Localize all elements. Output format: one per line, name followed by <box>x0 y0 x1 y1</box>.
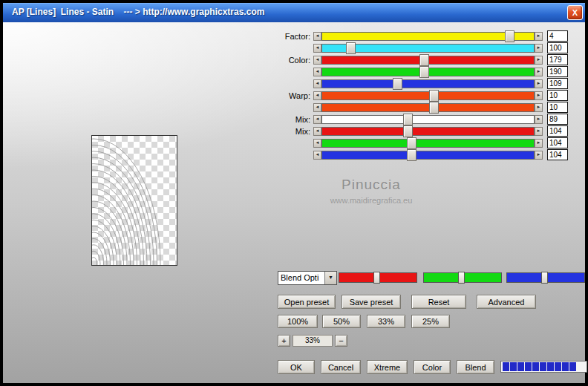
slider-value-field[interactable]: 190 <box>547 66 568 77</box>
open-preset-button[interactable]: Open preset <box>278 295 336 309</box>
zoom-25-button[interactable]: 25% <box>411 315 450 328</box>
slider-right-arrow-icon[interactable]: ► <box>535 139 543 148</box>
slider-thumb[interactable] <box>407 137 416 149</box>
save-preset-button[interactable]: Save preset <box>342 295 401 309</box>
slider-right-arrow-icon[interactable]: ► <box>535 56 543 65</box>
slider-track[interactable] <box>321 103 535 112</box>
slider-thumb[interactable] <box>393 78 402 90</box>
slider-track[interactable] <box>321 139 535 148</box>
blend-button[interactable]: Blend <box>457 360 494 374</box>
slider-thumb[interactable] <box>429 102 439 114</box>
slider-track[interactable] <box>321 32 535 41</box>
title-bar[interactable]: AP [Lines] Lines - Satin --- > http://ww… <box>3 3 585 22</box>
slider-track[interactable] <box>321 151 535 160</box>
slider-thumb[interactable] <box>407 149 416 161</box>
blend-green-slider[interactable] <box>423 272 502 283</box>
slider-value-field[interactable]: 109 <box>547 78 568 89</box>
slider-right-arrow-icon[interactable]: ► <box>535 79 543 88</box>
slider-value-field[interactable]: 104 <box>547 149 568 160</box>
slider-value-field[interactable]: 100 <box>547 42 568 53</box>
slider-row: ◄►104 <box>3 137 585 149</box>
slider-label: Mix: <box>252 126 310 137</box>
slider-right-arrow-icon[interactable]: ► <box>535 91 543 100</box>
blend-options-dropdown[interactable]: Blend Opti ▼ <box>278 271 337 285</box>
slider-row: Warp:◄►10 <box>3 90 585 102</box>
slider-left-arrow-icon[interactable]: ◄ <box>313 44 321 53</box>
slider-thumb[interactable] <box>505 30 514 42</box>
slider-label: Factor: <box>252 31 310 42</box>
progress-segment <box>555 362 561 371</box>
window-title: AP [Lines] Lines - Satin --- > http://ww… <box>12 7 264 17</box>
slider-left-arrow-icon[interactable]: ◄ <box>313 115 321 124</box>
slider-left-arrow-icon[interactable]: ◄ <box>313 103 321 112</box>
slider-right-arrow-icon[interactable]: ► <box>535 44 543 53</box>
cancel-button[interactable]: Cancel <box>321 360 361 374</box>
reset-button[interactable]: Reset <box>411 295 466 309</box>
slider-thumb[interactable] <box>403 125 413 137</box>
slider-row: ◄►104 <box>3 149 585 161</box>
slider-left-arrow-icon[interactable]: ◄ <box>313 91 321 100</box>
slider-row: Factor:◄►4 <box>3 30 585 42</box>
slider-row: Mix:◄►89 <box>3 114 585 125</box>
zoom-100-button[interactable]: 100% <box>278 315 318 328</box>
slider-right-arrow-icon[interactable]: ► <box>535 127 543 136</box>
slider-left-arrow-icon[interactable]: ◄ <box>313 32 321 41</box>
color-button[interactable]: Color <box>414 360 451 374</box>
slider-value-field[interactable]: 10 <box>547 90 568 101</box>
zoom-50-button[interactable]: 50% <box>322 315 361 328</box>
slider-thumb[interactable] <box>403 114 413 125</box>
advanced-button[interactable]: Advanced <box>477 295 536 309</box>
blend-blue-slider[interactable] <box>506 272 585 283</box>
blend-slider-thumb[interactable] <box>541 272 548 284</box>
slider-thumb[interactable] <box>346 42 356 54</box>
slider-left-arrow-icon[interactable]: ◄ <box>313 79 321 88</box>
slider-left-arrow-icon[interactable]: ◄ <box>313 127 321 136</box>
slider-right-arrow-icon[interactable]: ► <box>535 151 543 160</box>
slider-label: Mix: <box>252 114 310 125</box>
progress-bar <box>500 361 587 373</box>
blend-slider-thumb[interactable] <box>373 272 380 284</box>
slider-left-arrow-icon[interactable]: ◄ <box>313 139 321 148</box>
ok-button[interactable]: OK <box>278 360 315 374</box>
progress-segment <box>540 362 546 371</box>
zoom-33-button[interactable]: 33% <box>367 315 405 328</box>
progress-segment <box>510 362 517 371</box>
slider-value-field[interactable]: 179 <box>547 54 568 65</box>
slider-value-field[interactable]: 104 <box>547 125 568 137</box>
slider-row: Color:◄►179 <box>3 54 585 66</box>
slider-value-field[interactable]: 10 <box>547 102 568 113</box>
slider-track[interactable] <box>321 79 535 88</box>
xtreme-button[interactable]: Xtreme <box>367 360 408 374</box>
slider-row: ◄►109 <box>3 78 585 90</box>
slider-left-arrow-icon[interactable]: ◄ <box>313 151 321 160</box>
slider-right-arrow-icon[interactable]: ► <box>535 115 543 124</box>
close-icon[interactable]: X <box>567 5 583 20</box>
chevron-down-icon[interactable]: ▼ <box>324 272 336 284</box>
slider-right-arrow-icon[interactable]: ► <box>535 32 543 41</box>
slider-track[interactable] <box>321 91 535 100</box>
slider-thumb[interactable] <box>419 66 429 78</box>
slider-right-arrow-icon[interactable]: ► <box>535 103 543 112</box>
progress-segment <box>517 362 524 371</box>
slider-track[interactable] <box>321 127 535 136</box>
zoom-in-button[interactable]: + <box>278 335 290 347</box>
slider-label: Color: <box>252 55 310 65</box>
slider-left-arrow-icon[interactable]: ◄ <box>313 68 321 76</box>
progress-segment <box>532 362 539 371</box>
slider-value-field[interactable]: 104 <box>547 137 568 148</box>
zoom-level-display: 33% <box>293 335 333 347</box>
slider-value-field[interactable]: 4 <box>547 30 568 42</box>
slider-value-field[interactable]: 89 <box>547 114 568 125</box>
blend-red-slider[interactable] <box>339 272 417 283</box>
blend-options-value: Blend Opti <box>281 273 324 282</box>
zoom-out-button[interactable]: − <box>335 335 347 347</box>
slider-track[interactable] <box>321 115 535 124</box>
slider-row: Mix:◄►104 <box>3 125 585 137</box>
slider-thumb[interactable] <box>419 54 429 66</box>
slider-left-arrow-icon[interactable]: ◄ <box>313 56 321 65</box>
blend-slider-thumb[interactable] <box>458 272 465 284</box>
slider-right-arrow-icon[interactable]: ► <box>535 68 543 76</box>
slider-thumb[interactable] <box>429 90 439 102</box>
progress-segment <box>525 362 532 371</box>
watermark-site: www.maidiregrafica.eu <box>282 196 460 205</box>
